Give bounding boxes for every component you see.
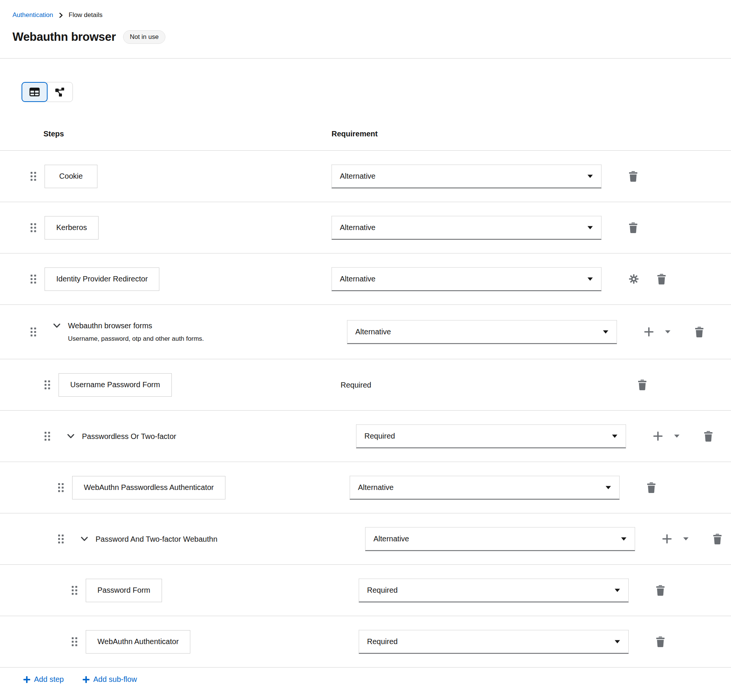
- trash-icon[interactable]: [656, 585, 665, 596]
- caret-down-icon: [587, 277, 593, 281]
- plus-icon[interactable]: [644, 327, 654, 337]
- caret-down-icon[interactable]: [665, 330, 671, 334]
- caret-down-icon: [614, 640, 620, 643]
- requirement-value: Required: [367, 586, 398, 595]
- plus-icon: [83, 676, 89, 683]
- breadcrumb-flow-details: Flow details: [69, 11, 103, 19]
- breadcrumb-authentication[interactable]: Authentication: [12, 11, 53, 19]
- plus-icon: [23, 676, 30, 683]
- chevron-down-icon[interactable]: [81, 537, 88, 541]
- trash-icon[interactable]: [656, 637, 665, 647]
- page-title: Webauthn browser: [12, 30, 116, 44]
- requirement-select[interactable]: Required: [359, 630, 629, 654]
- flow-table-body: Cookie Alternative: [0, 151, 731, 668]
- row-actions: [629, 223, 638, 233]
- table-row: Identity Provider Redirector Alternative: [0, 253, 731, 305]
- subflow-title: Password And Two-factor Webauthn: [96, 535, 217, 543]
- step-label: Cookie: [59, 172, 83, 181]
- grip-vertical-icon[interactable]: [44, 432, 51, 441]
- table-row: WebAuthn Authenticator Required: [0, 616, 731, 668]
- breadcrumb: Authentication Flow details: [12, 11, 731, 19]
- view-toggle-group: [22, 82, 731, 102]
- requirement-select[interactable]: Alternative: [332, 216, 601, 240]
- trash-icon[interactable]: [629, 171, 638, 182]
- trash-icon[interactable]: [638, 380, 647, 390]
- table-row: Password Form Required: [0, 565, 731, 616]
- chevron-down-icon[interactable]: [67, 434, 74, 439]
- caret-down-icon: [587, 174, 593, 178]
- step-label: Password Form: [97, 586, 150, 595]
- row-actions: [644, 327, 704, 337]
- caret-down-icon[interactable]: [674, 434, 680, 438]
- column-header-steps: Steps: [43, 130, 64, 138]
- plus-icon[interactable]: [653, 431, 663, 441]
- step-label: Username Password Form: [70, 380, 160, 389]
- add-sub-flow-button[interactable]: Add sub-flow: [83, 675, 137, 684]
- requirement-value: Alternative: [355, 328, 391, 336]
- caret-down-icon[interactable]: [683, 537, 689, 541]
- page-header: Authentication Flow details Webauthn bro…: [0, 0, 731, 59]
- step-box: Username Password Form: [59, 373, 172, 397]
- grip-vertical-icon[interactable]: [58, 535, 64, 544]
- add-step-button[interactable]: Add step: [23, 675, 64, 684]
- caret-down-icon: [612, 434, 618, 438]
- caret-down-icon: [621, 537, 627, 541]
- requirement-select[interactable]: Alternative: [347, 320, 617, 344]
- caret-down-icon: [587, 226, 593, 229]
- requirement-select[interactable]: Required: [359, 578, 629, 602]
- grip-vertical-icon[interactable]: [30, 328, 37, 337]
- trash-icon[interactable]: [629, 223, 638, 233]
- requirement-value: Alternative: [358, 483, 394, 492]
- trash-icon[interactable]: [695, 327, 704, 337]
- column-header-requirement: Requirement: [332, 130, 378, 138]
- step-box: Password Form: [86, 579, 162, 602]
- requirement-select[interactable]: Alternative: [365, 527, 635, 551]
- requirement-value: Required: [364, 432, 395, 440]
- trash-icon[interactable]: [647, 482, 656, 493]
- requirement-select[interactable]: Alternative: [350, 476, 620, 499]
- diagram-view-icon: [55, 87, 65, 97]
- trash-icon[interactable]: [657, 274, 666, 284]
- grip-vertical-icon[interactable]: [30, 172, 37, 181]
- trash-icon[interactable]: [713, 534, 722, 544]
- requirement-value: Alternative: [340, 172, 376, 181]
- table-view-button[interactable]: [22, 82, 48, 102]
- requirement-value: Alternative: [340, 223, 376, 232]
- requirement-select[interactable]: Alternative: [332, 267, 601, 291]
- plus-icon[interactable]: [662, 534, 672, 544]
- step-box: WebAuthn Passwordless Authenticator: [72, 476, 225, 499]
- requirement-value: Alternative: [340, 275, 376, 283]
- chevron-down-icon[interactable]: [53, 323, 60, 328]
- table-row: WebAuthn Passwordless Authenticator Alte…: [0, 462, 731, 513]
- trash-icon[interactable]: [704, 431, 713, 442]
- table-row: Kerberos Alternative: [0, 202, 731, 253]
- requirement-select[interactable]: Required: [356, 424, 626, 448]
- step-label: Identity Provider Redirector: [56, 275, 148, 283]
- step-box: Cookie: [45, 165, 97, 188]
- table-row: Cookie Alternative: [0, 151, 731, 202]
- flow-table: Steps Requirement Cookie Alternative: [0, 124, 731, 668]
- table-column-header: Steps Requirement: [0, 124, 731, 151]
- status-badge: Not in use: [123, 30, 166, 44]
- step-label: WebAuthn Passwordless Authenticator: [84, 483, 214, 492]
- table-row: Password And Two-factor Webauthn Alterna…: [0, 513, 731, 565]
- step-label: Kerberos: [56, 223, 87, 232]
- grip-vertical-icon[interactable]: [44, 380, 51, 389]
- table-row: Username Password Form Required: [0, 359, 731, 411]
- grip-vertical-icon[interactable]: [71, 637, 78, 646]
- grip-vertical-icon[interactable]: [71, 586, 78, 595]
- row-actions: [629, 274, 666, 284]
- grip-vertical-icon[interactable]: [30, 223, 37, 232]
- row-actions: [629, 171, 638, 182]
- grip-vertical-icon[interactable]: [58, 483, 64, 492]
- step-box: Identity Provider Redirector: [45, 267, 159, 291]
- row-actions: [662, 534, 722, 544]
- row-actions: [656, 637, 665, 647]
- table-row: Webauthn browser forms Username, passwor…: [0, 305, 731, 359]
- requirement-select[interactable]: Alternative: [332, 164, 601, 188]
- chevron-right-icon: [59, 12, 63, 18]
- grip-vertical-icon[interactable]: [30, 275, 37, 284]
- table-footer: Add step Add sub-flow: [0, 668, 731, 684]
- diagram-view-button[interactable]: [47, 82, 73, 102]
- gear-icon[interactable]: [629, 274, 639, 284]
